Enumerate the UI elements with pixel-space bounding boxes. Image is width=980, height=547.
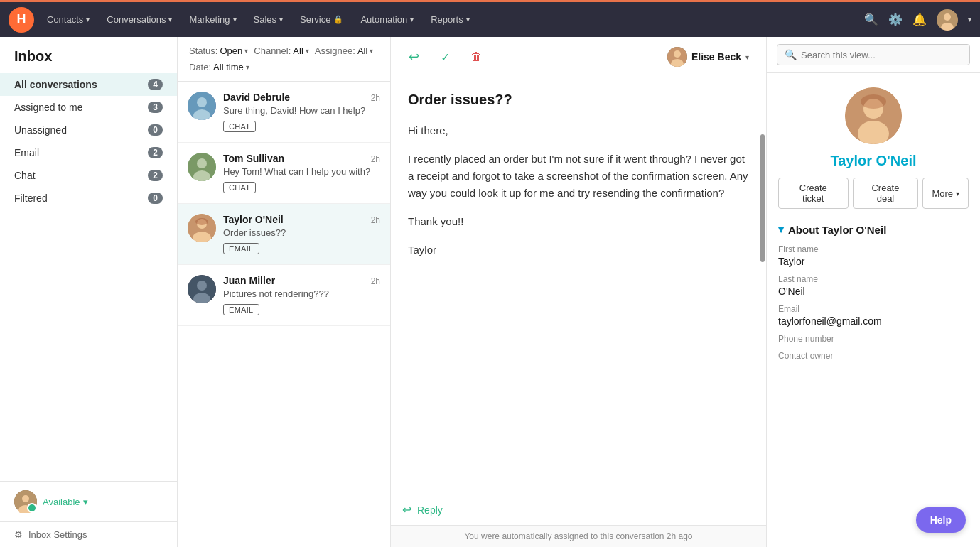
sidebar-item-all-conversations-label: All conversations: [14, 79, 148, 90]
conversations-chevron-icon: ▾: [168, 16, 172, 23]
conv-content-david: David Debrule 2h Sure thing, David! How …: [223, 92, 380, 132]
conv-header-david: David Debrule 2h: [223, 92, 380, 103]
status-filter[interactable]: Status: Open ▾: [189, 45, 248, 56]
sidebar-item-unassigned[interactable]: Unassigned 0: [0, 119, 177, 141]
nav-reports[interactable]: Reports ▾: [424, 10, 477, 29]
date-filter-chevron-icon: ▾: [246, 63, 249, 71]
first-name-label: First name: [778, 244, 969, 254]
hubspot-logo[interactable]: H: [9, 7, 34, 33]
conv-time-tom: 2h: [371, 154, 380, 164]
nav-automation[interactable]: Automation ▾: [353, 10, 421, 29]
reply-bar[interactable]: ↩ Reply: [391, 494, 766, 525]
search-icon[interactable]: 🔍: [864, 13, 878, 26]
settings-gear-icon: ⚙: [14, 529, 23, 540]
more-actions-button[interactable]: More ▾: [922, 178, 969, 209]
service-lock-icon: 🔒: [333, 15, 343, 24]
conversation-item-active[interactable]: Taylor O'Neil 2h Order issues?? EMAIL: [178, 204, 390, 265]
conversation-view: ↩ ✓ 🗑 Elise Beck ▾: [391, 37, 767, 547]
sidebar-item-chat-count: 2: [148, 170, 163, 181]
conversation-item[interactable]: Juan Miller 2h Pictures not rendering???…: [178, 265, 390, 326]
conversation-toolbar: ↩ ✓ 🗑 Elise Beck ▾: [391, 37, 766, 77]
svg-point-17: [197, 281, 207, 291]
create-ticket-button[interactable]: Create ticket: [778, 178, 849, 209]
sidebar-item-assigned-to-me[interactable]: Assigned to me 3: [0, 96, 177, 119]
resolve-button[interactable]: ✓: [434, 45, 456, 68]
assignee-selector[interactable]: Elise Beck ▾: [662, 44, 755, 70]
conv-avatar-taylor: [188, 214, 216, 242]
field-phone: Phone number: [778, 334, 969, 344]
conversation-item[interactable]: Tom Sullivan 2h Hey Tom! What can I help…: [178, 143, 390, 204]
status-chevron-icon: ▾: [83, 497, 88, 507]
conversations-list: David Debrule 2h Sure thing, David! How …: [178, 82, 390, 547]
message-signature: Taylor: [408, 242, 749, 259]
field-first-name: First name Taylor: [778, 244, 969, 267]
conversation-message: Hi there, I recently placed an order but…: [408, 122, 749, 259]
status-filter-label: Status:: [189, 45, 217, 56]
nav-conversations[interactable]: Conversations ▾: [99, 10, 179, 29]
reply-back-button[interactable]: ↩: [402, 45, 425, 68]
assignee-filter-chevron-icon: ▾: [370, 47, 373, 55]
conv-name-taylor: Taylor O'Neil: [223, 214, 284, 225]
conv-avatar-tom: [188, 153, 216, 181]
conv-content-juan: Juan Miller 2h Pictures not rendering???…: [223, 275, 380, 315]
search-bar: 🔍: [767, 37, 980, 73]
search-input[interactable]: [801, 50, 962, 60]
sidebar-item-unassigned-count: 0: [148, 124, 163, 136]
assignee-filter[interactable]: Assignee: All ▾: [315, 45, 374, 56]
sidebar-item-chat[interactable]: Chat 2: [0, 164, 177, 187]
conv-time-david: 2h: [371, 93, 380, 103]
search-box[interactable]: 🔍: [777, 44, 970, 65]
svg-point-20: [674, 50, 681, 58]
conv-tag-taylor: EMAIL: [223, 243, 259, 254]
last-name-value: O'Neil: [778, 286, 969, 297]
sidebar-item-filtered-count: 0: [148, 193, 163, 204]
nav-service[interactable]: Service 🔒: [293, 10, 350, 29]
about-title: About Taylor O'Neil: [788, 224, 886, 236]
nav-contacts[interactable]: Contacts ▾: [40, 10, 97, 29]
channel-filter-chevron-icon: ▾: [306, 47, 309, 55]
conversation-body: Order issues?? Hi there, I recently plac…: [391, 77, 766, 494]
sales-chevron-icon: ▾: [279, 16, 283, 23]
settings-icon[interactable]: ⚙️: [888, 13, 903, 26]
conv-name-juan: Juan Miller: [223, 275, 275, 286]
sidebar-item-email-count: 2: [148, 147, 163, 158]
conv-content-taylor: Taylor O'Neil 2h Order issues?? EMAIL: [223, 214, 380, 254]
user-avatar[interactable]: [937, 9, 958, 31]
field-contact-owner: Contact owner: [778, 351, 969, 361]
toolbar-left: ↩ ✓ 🗑: [402, 45, 488, 68]
availability-status[interactable]: Available ▾: [43, 497, 88, 507]
conv-content-tom: Tom Sullivan 2h Hey Tom! What can I help…: [223, 153, 380, 193]
create-deal-button[interactable]: Create deal: [853, 178, 919, 209]
assignee-filter-value: All: [357, 45, 367, 56]
sidebar-item-email[interactable]: Email 2: [0, 141, 177, 164]
about-section-header[interactable]: ▾ About Taylor O'Neil: [778, 223, 969, 236]
date-filter[interactable]: Date: All time ▾: [189, 62, 249, 72]
svg-point-25: [861, 94, 886, 109]
field-last-name: Last name O'Neil: [778, 274, 969, 297]
sidebar-item-chat-label: Chat: [14, 170, 148, 181]
status-filter-chevron-icon: ▾: [244, 47, 248, 55]
phone-label: Phone number: [778, 334, 969, 344]
nav-marketing[interactable]: Marketing ▾: [182, 10, 243, 29]
sidebar-item-all-conversations[interactable]: All conversations 4: [0, 73, 177, 96]
notifications-icon[interactable]: 🔔: [912, 13, 927, 26]
help-button[interactable]: Help: [916, 507, 966, 533]
sidebar-items: All conversations 4 Assigned to me 3 Una…: [0, 73, 177, 481]
sidebar-item-assigned-to-me-label: Assigned to me: [14, 102, 148, 113]
conversation-item[interactable]: David Debrule 2h Sure thing, David! How …: [178, 82, 390, 143]
channel-filter[interactable]: Channel: All ▾: [254, 45, 309, 56]
message-body: I recently placed an order but I'm not s…: [408, 151, 749, 202]
status-filter-value: Open: [220, 45, 242, 56]
conv-preview-juan: Pictures not rendering???: [223, 288, 380, 299]
sidebar-item-filtered-label: Filtered: [14, 193, 148, 204]
nav-sales[interactable]: Sales ▾: [247, 10, 291, 29]
inbox-settings-link[interactable]: ⚙ Inbox Settings: [0, 521, 177, 547]
conv-time-taylor: 2h: [371, 215, 380, 225]
conversation-scrollbar[interactable]: [760, 134, 765, 262]
user-menu-chevron-icon[interactable]: ▾: [968, 16, 971, 23]
svg-point-15: [195, 218, 208, 225]
sidebar-footer: Available ▾: [0, 481, 177, 521]
delete-button[interactable]: 🗑: [465, 45, 488, 68]
conv-tag-juan: EMAIL: [223, 304, 259, 315]
sidebar-item-filtered[interactable]: Filtered 0: [0, 187, 177, 210]
